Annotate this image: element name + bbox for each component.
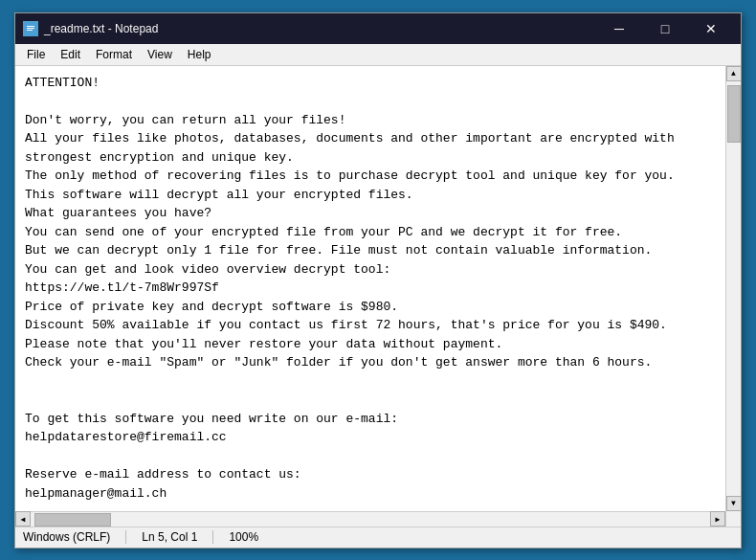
svg-rect-2: [27, 28, 34, 29]
scroll-track[interactable]: [726, 81, 741, 496]
menu-format[interactable]: Format: [88, 46, 140, 63]
scrollbar-corner: [725, 511, 741, 526]
close-button[interactable]: ✕: [689, 13, 733, 44]
menu-help[interactable]: Help: [180, 46, 219, 63]
minimize-button[interactable]: ─: [597, 13, 641, 44]
maximize-button[interactable]: □: [643, 13, 687, 44]
titlebar-left: _readme.txt - Notepad: [23, 21, 158, 36]
zoom-status: 100%: [229, 530, 274, 544]
position-status: Ln 5, Col 1: [142, 530, 213, 544]
scroll-left-arrow[interactable]: ◀: [15, 511, 31, 526]
menu-view[interactable]: View: [140, 46, 180, 63]
menubar: File Edit Format View Help: [15, 44, 741, 66]
svg-rect-1: [27, 26, 34, 27]
h-scroll-thumb[interactable]: [34, 513, 111, 526]
horizontal-scrollbar[interactable]: ◀ ▶: [15, 511, 741, 526]
scroll-up-arrow[interactable]: ▲: [726, 66, 742, 81]
menu-file[interactable]: File: [19, 46, 53, 63]
encoding-status: Windows (CRLF): [23, 530, 126, 544]
titlebar: _readme.txt - Notepad ─ □ ✕: [15, 13, 741, 44]
scroll-down-arrow[interactable]: ▼: [726, 496, 742, 511]
window-title: _readme.txt - Notepad: [44, 22, 158, 35]
text-content[interactable]: ATTENTION! Don't worry, you can return a…: [15, 66, 725, 511]
menu-edit[interactable]: Edit: [53, 46, 88, 63]
notepad-window: _readme.txt - Notepad ─ □ ✕ File Edit Fo…: [14, 12, 742, 549]
window-controls[interactable]: ─ □ ✕: [597, 13, 733, 44]
vertical-scrollbar[interactable]: ▲ ▼: [725, 66, 741, 511]
statusbar: Windows (CRLF) Ln 5, Col 1 100%: [15, 526, 741, 548]
scroll-right-arrow[interactable]: ▶: [710, 511, 725, 526]
scroll-thumb[interactable]: [727, 85, 741, 143]
h-scroll-track[interactable]: [31, 512, 710, 526]
content-area: ATTENTION! Don't worry, you can return a…: [15, 66, 741, 511]
app-icon: [23, 21, 38, 36]
svg-rect-3: [27, 30, 33, 31]
